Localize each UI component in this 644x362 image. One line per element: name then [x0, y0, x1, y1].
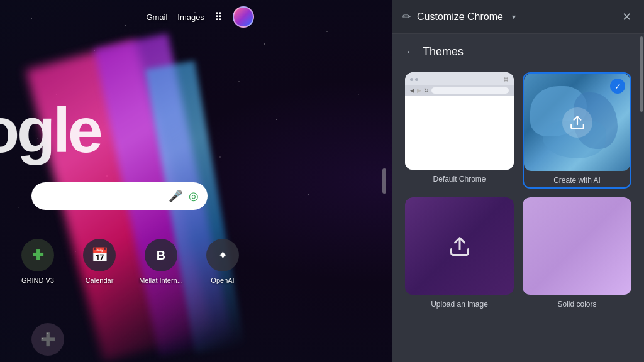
upload-preview: [405, 197, 514, 295]
calendar-icon: 📅: [83, 239, 116, 272]
panel-scrollbar[interactable]: [640, 34, 643, 362]
browser-content: [405, 96, 514, 170]
calendar-label: Calendar: [86, 277, 114, 284]
ai-generate-icon: [562, 107, 592, 138]
images-link[interactable]: Images: [177, 13, 204, 22]
default-chrome-preview: ⚙ ◀ ▶ ↻: [405, 72, 514, 170]
url-bar: [431, 87, 509, 94]
solid-colors-label: Solid colors: [523, 295, 631, 311]
dot-1: [410, 78, 413, 81]
browser-tab-bar: ◀ ▶ ↻: [405, 85, 514, 96]
grind-icon: ✚: [21, 239, 54, 272]
back-icon: ◀: [410, 87, 414, 94]
close-button[interactable]: ✕: [619, 9, 634, 25]
gear-icon: ⚙: [503, 76, 509, 83]
openai-label: OpenAI: [211, 277, 234, 284]
mellat-label: Mellat Intern...: [139, 277, 183, 284]
default-chrome-label: Default Chrome: [405, 170, 514, 186]
create-ai-preview: ✓: [524, 74, 630, 171]
mellat-icon: B: [145, 239, 177, 272]
dot-2: [415, 78, 418, 81]
shortcut-item[interactable]: ✚ GRIND V3: [13, 239, 63, 284]
panel-header-left: ✏ Customize Chrome ▾: [402, 11, 516, 23]
theme-card-solid[interactable]: Solid colors: [523, 197, 631, 311]
panel-scrollbar-thumb: [640, 36, 643, 112]
solid-colors-preview: [523, 197, 631, 295]
gmail-link[interactable]: Gmail: [146, 13, 167, 22]
shortcut-item[interactable]: ✦ OpenAI: [197, 239, 248, 284]
bottom-shortcut-icon: ➕: [31, 323, 64, 356]
back-arrow-icon[interactable]: ←: [405, 45, 416, 58]
panel-header: ✏ Customize Chrome ▾ ✕: [392, 0, 644, 34]
edit-icon: ✏: [402, 11, 411, 23]
forward-icon: ▶: [417, 87, 421, 94]
panel-title: Customize Chrome: [417, 11, 503, 23]
microphone-icon[interactable]: 🎤: [169, 189, 182, 203]
bottom-shortcut[interactable]: ➕: [31, 323, 64, 356]
refresh-icon: ↻: [424, 87, 429, 94]
theme-card-upload[interactable]: Upload an image: [405, 197, 514, 311]
google-lens-icon[interactable]: ◎: [189, 189, 199, 203]
customize-chrome-panel: ✏ Customize Chrome ▾ ✕ ← Themes: [392, 0, 644, 362]
themes-title: Themes: [423, 45, 464, 58]
top-nav: Gmail Images ⠿: [146, 6, 254, 28]
theme-card-default[interactable]: ⚙ ◀ ▶ ↻ Default Chrome: [405, 72, 514, 189]
upload-image-label: Upload an image: [405, 295, 514, 311]
shortcuts-row: ✚ GRIND V3 📅 Calendar B Mellat Intern...…: [13, 239, 248, 284]
create-ai-label: Create with AI: [524, 171, 630, 187]
browser-chrome-bar: ⚙: [405, 72, 514, 85]
openai-icon: ✦: [206, 239, 239, 272]
shortcut-item[interactable]: 📅 Calendar: [74, 239, 125, 284]
selected-checkmark-badge: ✓: [610, 79, 625, 94]
panel-divider-handle: [382, 168, 386, 194]
upload-icon-container: [448, 235, 471, 258]
theme-card-create-ai[interactable]: ✓ Create with AI: [523, 72, 631, 189]
google-apps-icon[interactable]: ⠿: [214, 10, 223, 24]
panel-content: ← Themes ⚙ ◀ ▶ ↻: [392, 34, 644, 362]
avatar[interactable]: [233, 6, 254, 28]
browser-dots: [410, 78, 418, 81]
grind-label: GRIND V3: [21, 277, 54, 284]
shortcut-item[interactable]: B Mellat Intern...: [136, 239, 186, 284]
search-bar[interactable]: 🎤 ◎: [31, 182, 208, 210]
themes-header: ← Themes: [392, 34, 644, 67]
google-logo: ogle: [0, 94, 101, 167]
themes-grid: ⚙ ◀ ▶ ↻ Default Chrome: [392, 67, 644, 324]
dropdown-arrow-icon[interactable]: ▾: [512, 13, 516, 21]
